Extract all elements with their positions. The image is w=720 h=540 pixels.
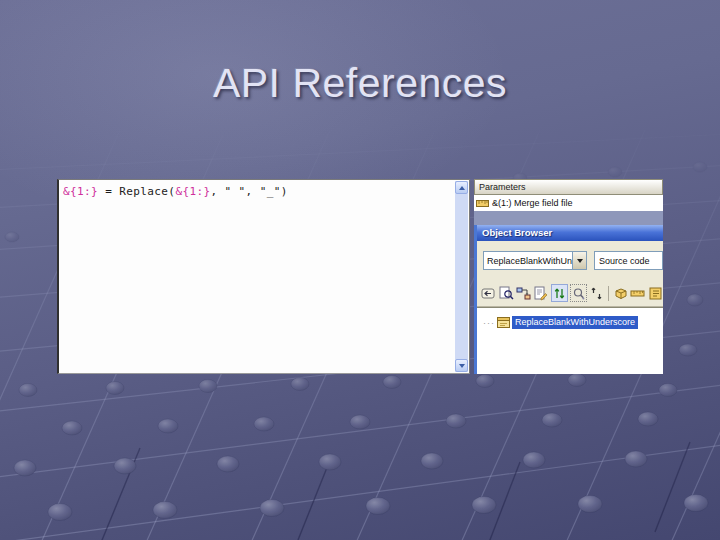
sort-updown-icon[interactable]: [551, 284, 568, 302]
code-line: &{1:} = Replace(&{1:}, " ", "_"): [63, 185, 288, 198]
code-token: = Replace(: [98, 185, 175, 198]
object-tree[interactable]: ··· ReplaceBlankWithUnderscore: [477, 307, 663, 374]
find-symbol-icon[interactable]: [498, 284, 513, 302]
panel-gap: [474, 211, 663, 225]
scroll-down-button[interactable]: [455, 359, 468, 372]
parameters-header: Parameters: [474, 179, 663, 195]
object-browser-toolbar: [477, 280, 663, 307]
code-token: , " ", "_"): [211, 185, 288, 198]
tree-item-label: ReplaceBlankWithUnderscore: [512, 316, 638, 329]
editor-scrollbar[interactable]: [455, 181, 468, 372]
object-browser-titlebar[interactable]: Object Browser: [477, 225, 663, 241]
sort-alpha-icon[interactable]: [589, 284, 604, 302]
object-browser-filters: ReplaceBlankWithUnde Source code: [477, 241, 663, 280]
enum-list-icon[interactable]: [648, 284, 663, 302]
edit-source-icon[interactable]: [533, 284, 548, 302]
object-dropdown-button[interactable]: [572, 252, 586, 269]
toolbar-separator: [608, 286, 609, 301]
object-browser-window: Object Browser ReplaceBlankWithUnde Sour…: [474, 225, 663, 374]
chevron-down-icon: [577, 259, 583, 263]
slide-background: API References &{1:} = Replace(&{1:}, " …: [0, 0, 720, 540]
merge-field-ruler-icon: [476, 198, 489, 208]
view-dropdown-value: Source code: [599, 256, 650, 266]
magnifier-icon[interactable]: [570, 284, 587, 302]
code-token: &{1:}: [175, 185, 210, 198]
slide-title: API References: [0, 60, 720, 107]
tree-branch-dots: ···: [483, 318, 495, 328]
ruler-icon[interactable]: [630, 284, 645, 302]
view-dropdown[interactable]: Source code: [594, 251, 663, 270]
code-token: &{1:}: [63, 185, 98, 198]
scroll-down-arrow-icon: [459, 364, 465, 368]
scroll-up-arrow-icon: [459, 186, 465, 190]
package-icon[interactable]: [613, 284, 628, 302]
parameter-label: &(1:) Merge field file: [492, 198, 573, 208]
scroll-up-button[interactable]: [455, 181, 468, 194]
right-panel: Parameters &(1:) Merge field file Object…: [474, 179, 663, 374]
code-editor-pane[interactable]: &{1:} = Replace(&{1:}, " ", "_"): [57, 179, 470, 374]
tree-item[interactable]: ··· ReplaceBlankWithUnderscore: [483, 316, 663, 329]
show-relations-icon[interactable]: [516, 284, 531, 302]
object-dropdown-value: ReplaceBlankWithUnde: [484, 256, 572, 266]
parameter-row[interactable]: &(1:) Merge field file: [474, 195, 663, 211]
object-dropdown[interactable]: ReplaceBlankWithUnde: [483, 251, 587, 270]
api-screenshot: &{1:} = Replace(&{1:}, " ", "_") Paramet…: [57, 179, 663, 374]
jump-back-icon[interactable]: [481, 284, 496, 302]
form-icon: [497, 317, 510, 328]
